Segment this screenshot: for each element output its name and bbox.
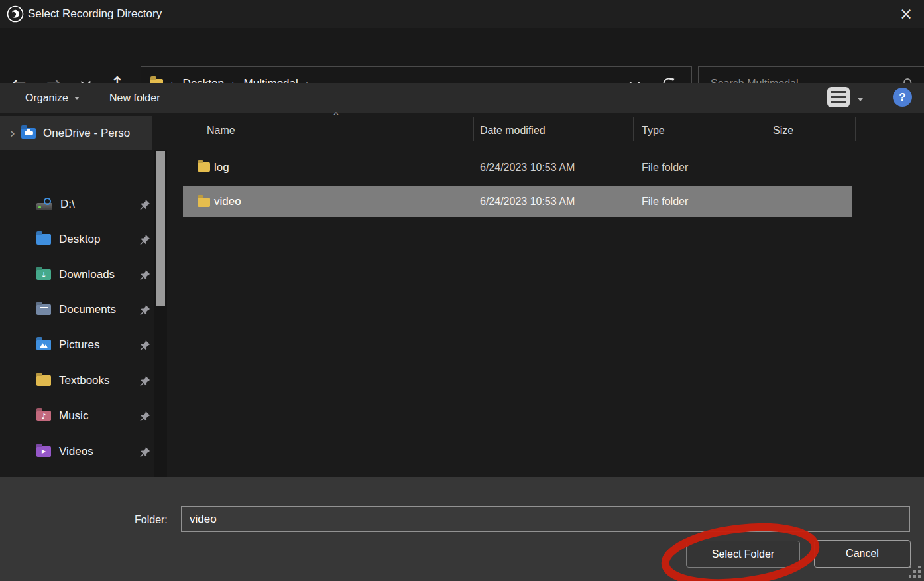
chevron-down-icon [74,97,80,103]
sidebar-item-music[interactable]: ♪ Music [36,405,150,426]
pin-icon[interactable] [139,304,150,316]
pin-icon[interactable] [139,199,150,210]
navigation-bar: ← → ↑ › Desktop › Multimodal › [0,28,924,83]
sidebar-item-downloads[interactable]: ↓ Downloads [36,264,150,285]
folder-field-label: Folder: [135,514,168,526]
new-folder-label: New folder [109,92,160,104]
window-title: Select Recording Directory [28,7,162,21]
select-recording-directory-dialog: Select Recording Directory × ← → ↑ › Des… [0,0,924,581]
column-header-type[interactable]: Type [642,125,665,137]
sidebar-item-d-drive[interactable]: D:\ [36,194,150,215]
sidebar-item-label: Downloads [59,268,115,281]
expand-chevron-icon[interactable]: › [0,125,21,141]
pin-icon[interactable] [139,446,150,458]
desktop-folder-icon [36,234,51,245]
sidebar-item-videos[interactable]: ▶ Videos [36,441,150,462]
pin-icon[interactable] [139,411,150,422]
file-type: File folder [642,162,688,174]
sidebar-item-label: Documents [59,303,116,316]
music-folder-icon: ♪ [36,411,51,421]
sidebar-item-label: Desktop [59,233,100,246]
sidebar-item-label: Pictures [59,338,99,352]
sidebar-item-desktop[interactable]: Desktop [36,229,150,250]
column-divider[interactable] [473,117,474,141]
onedrive-folder-icon [21,128,36,139]
obs-logo-icon [7,5,24,23]
list-view-icon[interactable] [827,87,850,107]
column-header-date-modified[interactable]: Date modified [480,125,546,137]
column-divider[interactable] [766,117,766,141]
new-folder-button[interactable]: New folder [109,83,160,113]
videos-folder-icon: ▶ [36,446,51,457]
sidebar-scrollbar-thumb[interactable] [156,151,165,306]
folder-icon [198,162,210,172]
sidebar-divider [27,168,144,168]
title-bar: Select Recording Directory × [0,0,924,28]
sidebar-item-onedrive[interactable]: › OneDrive - Perso [0,116,152,150]
column-divider[interactable] [633,117,634,141]
select-folder-button[interactable]: Select Folder [686,541,800,568]
command-bar: Organize New folder [0,83,924,113]
column-divider[interactable] [855,117,856,141]
pin-icon[interactable] [139,375,150,387]
file-name: video [214,195,241,208]
file-name: log [214,161,229,174]
pin-icon[interactable] [139,234,150,245]
organize-button[interactable]: Organize [25,83,80,113]
sidebar-item-documents[interactable]: Documents [36,299,150,320]
help-icon[interactable]: ? [893,88,912,107]
sidebar-item-label: D:\ [60,198,75,211]
sidebar-item-label: Music [59,409,88,422]
folder-icon [198,198,210,207]
sidebar-item-textbooks[interactable]: Textbooks [36,370,150,391]
file-date-modified: 6/24/2023 10:53 AM [480,196,575,208]
organize-label: Organize [25,92,68,104]
view-chevron-icon[interactable] [858,98,863,104]
downloads-folder-icon: ↓ [36,269,51,280]
resize-grip-icon[interactable] [909,566,911,568]
sidebar-item-label: Textbooks [59,374,110,387]
column-header-name[interactable]: Name [207,125,235,137]
cancel-button[interactable]: Cancel [814,540,911,568]
sidebar-item-label: Videos [59,445,93,458]
column-header-size[interactable]: Size [773,125,793,137]
sidebar-item-label: OneDrive - Perso [43,127,130,140]
textbooks-folder-icon [36,375,51,386]
pin-icon[interactable] [139,269,150,281]
close-icon[interactable]: × [891,0,921,28]
file-row-video-selected[interactable]: video 6/24/2023 10:53 AM File folder [183,186,852,217]
folder-name-input[interactable] [181,506,910,532]
sidebar-item-pictures[interactable]: Pictures [36,334,150,355]
documents-folder-icon [36,304,51,315]
drive-icon [36,203,52,210]
pin-icon[interactable] [139,340,150,351]
sort-ascending-icon: ^ [333,111,339,121]
file-date-modified: 6/24/2023 10:53 AM [480,162,575,174]
file-type: File folder [642,196,688,208]
pictures-folder-icon [36,340,51,350]
